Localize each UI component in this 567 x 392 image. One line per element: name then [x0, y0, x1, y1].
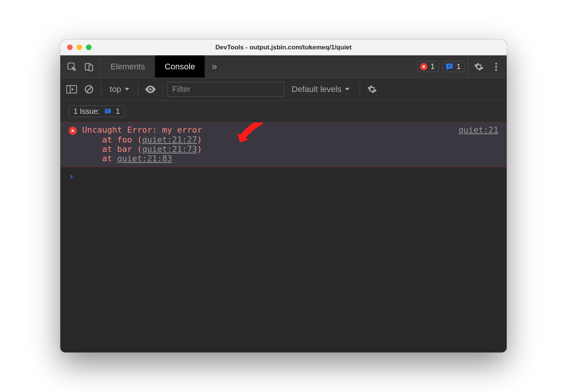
kebab-menu-icon[interactable] [489, 59, 504, 74]
stack-prefix: at foo ( [82, 135, 142, 144]
console-output: Uncaught Error: my error quiet:21 at foo… [60, 122, 507, 352]
stack-line: at foo (quiet:21:27) [69, 135, 498, 144]
tab-console-label: Console [165, 62, 195, 72]
inspect-element-icon[interactable] [64, 59, 79, 74]
panel-tabstrip: Elements Console » 1 [60, 55, 507, 78]
context-label: top [110, 84, 121, 94]
error-message-text: Uncaught Error: my error [82, 125, 458, 135]
context-selector[interactable]: top [106, 84, 133, 94]
status-badges: 1 1 [417, 55, 468, 78]
error-source-link[interactable]: quiet:21 [458, 125, 498, 135]
clear-console-icon[interactable] [81, 82, 97, 97]
svg-point-5 [495, 69, 497, 70]
window-zoom-icon[interactable] [86, 44, 92, 50]
console-filterbar: top Default levels [60, 78, 507, 101]
issues-label: 1 Issue: [74, 107, 100, 116]
stack-line: at bar (quiet:21:73) [69, 144, 498, 154]
devtools-window: DevTools - output.jsbin.com/tukemeq/1/qu… [60, 40, 507, 352]
prompt-chevron-icon: › [69, 171, 74, 182]
stack-link[interactable]: quiet:21:27 [142, 135, 197, 144]
issues-bar: 1 Issue: 1 [60, 101, 507, 122]
tab-console[interactable]: Console [155, 55, 205, 78]
stack-link[interactable]: quiet:21:83 [117, 154, 172, 163]
window-minimize-icon[interactable] [77, 44, 82, 50]
traffic-lights [60, 44, 92, 50]
window-close-icon[interactable] [67, 44, 73, 50]
issues-pill[interactable]: 1 Issue: 1 [69, 106, 125, 117]
log-levels-label: Default levels [292, 84, 342, 94]
console-sidebar-toggle-icon[interactable] [64, 82, 79, 97]
stack-suffix: ) [197, 144, 202, 154]
tab-elements-label: Elements [110, 62, 145, 72]
error-message-block: Uncaught Error: my error quiet:21 at foo… [60, 122, 507, 167]
console-prompt[interactable]: › [60, 167, 507, 185]
inspect-tools [60, 55, 101, 78]
log-levels-selector[interactable]: Default levels [287, 84, 355, 94]
speech-icon [445, 63, 454, 71]
chevron-down-icon [345, 87, 350, 91]
chevron-down-icon [124, 87, 130, 91]
stack-link[interactable]: quiet:21:73 [142, 144, 197, 154]
stack-suffix: ) [197, 135, 202, 144]
svg-point-10 [149, 88, 152, 90]
svg-line-9 [87, 87, 92, 92]
live-expression-eye-icon[interactable] [143, 82, 158, 97]
filter-input[interactable] [167, 82, 284, 97]
window-title: DevTools - output.jsbin.com/tukemeq/1/qu… [60, 44, 507, 51]
tabstrip-right-tools [468, 55, 507, 78]
issues-count: 1 [457, 62, 461, 71]
error-icon [69, 127, 77, 135]
stack-line: at quiet:21:83 [69, 154, 498, 163]
errors-count: 1 [431, 62, 435, 71]
console-settings-gear-icon[interactable] [365, 82, 380, 97]
issues-badge[interactable]: 1 [443, 61, 465, 72]
tabs-overflow-button[interactable]: » [205, 55, 224, 78]
issues-count: 1 [116, 107, 120, 116]
chevron-double-right-icon: » [211, 61, 217, 72]
svg-point-4 [495, 66, 497, 67]
tab-elements[interactable]: Elements [101, 55, 155, 78]
error-icon [420, 63, 428, 70]
settings-gear-icon[interactable] [471, 59, 486, 74]
stack-prefix: at bar ( [82, 144, 142, 154]
errors-badge[interactable]: 1 [417, 61, 439, 72]
speech-icon [104, 107, 112, 116]
stack-prefix: at [82, 154, 117, 163]
device-toolbar-icon[interactable] [81, 59, 97, 74]
svg-point-3 [495, 63, 497, 64]
svg-rect-2 [89, 65, 93, 70]
titlebar: DevTools - output.jsbin.com/tukemeq/1/qu… [60, 40, 507, 55]
